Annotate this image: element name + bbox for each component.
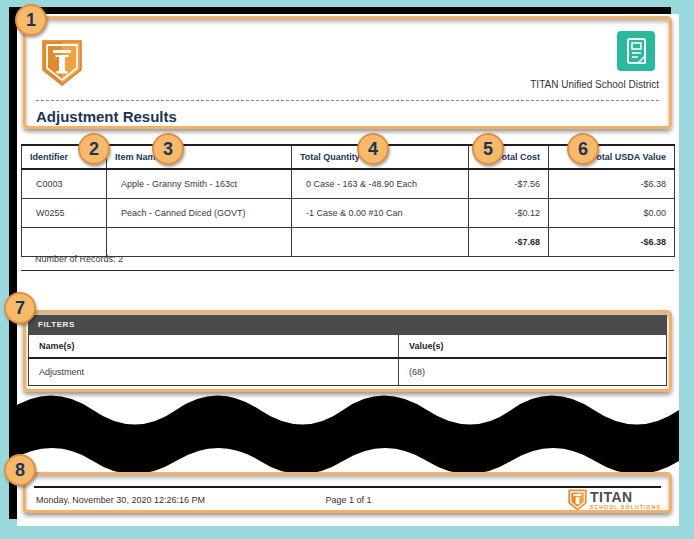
report-document-icon [617,31,655,75]
cell-filter-name: Adjustment [29,358,399,385]
cell-empty [22,227,107,256]
col-filter-values: Value(s) [399,335,667,358]
cell-identifier: W0255 [22,198,107,227]
titan-shield-icon [568,489,587,511]
records-divider [21,270,674,271]
report-page: TITAN Unified School District Adjustment… [17,14,679,526]
annotated-report-screenshot: { "header": { "district_name": "TITAN Un… [0,0,694,539]
cell-total-cost-sum: -$7.68 [469,227,549,256]
col-item-name: Item Name [107,145,292,169]
filters-row: Adjustment (68) [29,358,667,385]
header-highlight-box: TITAN Unified School District Adjustment… [23,16,672,129]
cell-filter-value: (68) [399,358,667,385]
filters-section-header: FILTERS [28,315,667,335]
callout-2: 2 [78,133,110,165]
filters-highlight-box: FILTERS Name(s) Value(s) Adjustment (68) [23,310,672,392]
titan-footer-logo: TITAN SCHOOL SOLUTIONS [568,489,661,511]
table-totals-row: -$7.68 -$6.38 [22,227,675,256]
report-title: Adjustment Results [36,108,177,125]
footer-logo-tagline: SCHOOL SOLUTIONS [590,505,661,510]
table-row: C0003 Apple - Granny Smith - 163ct 0 Cas… [22,169,675,198]
cell-item-name: Peach - Canned Diced (GOVT) [107,198,292,227]
callout-7: 7 [4,292,36,324]
callout-3: 3 [152,133,184,165]
footer-logo-name: TITAN [590,490,661,504]
callout-4: 4 [357,133,389,165]
filters-table: Name(s) Value(s) Adjustment (68) [28,335,667,386]
cell-total-quantity: -1 Case & 0.00 #10 Can [292,198,469,227]
titan-shield-logo-icon [41,39,83,91]
cell-empty [107,227,292,256]
callout-1: 1 [15,4,47,36]
district-name: TITAN Unified School District [530,79,659,90]
footer-highlight-box: Monday, November 30, 2020 12:26:16 PM Pa… [23,472,672,513]
cell-total-usda-value: $0.00 [549,198,675,227]
cell-total-usda-sum: -$6.38 [549,227,675,256]
table-row: W0255 Peach - Canned Diced (GOVT) -1 Cas… [22,198,675,227]
cell-total-cost: -$0.12 [469,198,549,227]
col-filter-names: Name(s) [29,335,399,358]
header-divider [36,100,659,101]
cell-total-usda-value: -$6.38 [549,169,675,198]
callout-8: 8 [4,454,36,486]
cell-item-name: Apple - Granny Smith - 163ct [107,169,292,198]
callout-5: 5 [472,133,504,165]
callout-6: 6 [567,133,599,165]
torn-page-wave-separator [9,385,679,481]
cell-total-quantity: 0 Case - 163 & -48.90 Each [292,169,469,198]
filters-header-row: Name(s) Value(s) [29,335,667,358]
cell-total-cost: -$7.56 [469,169,549,198]
cell-identifier: C0003 [22,169,107,198]
record-count-label: Number of Records: 2 [35,254,123,264]
footer: Monday, November 30, 2020 12:26:16 PM Pa… [36,488,661,512]
cell-empty [292,227,469,256]
